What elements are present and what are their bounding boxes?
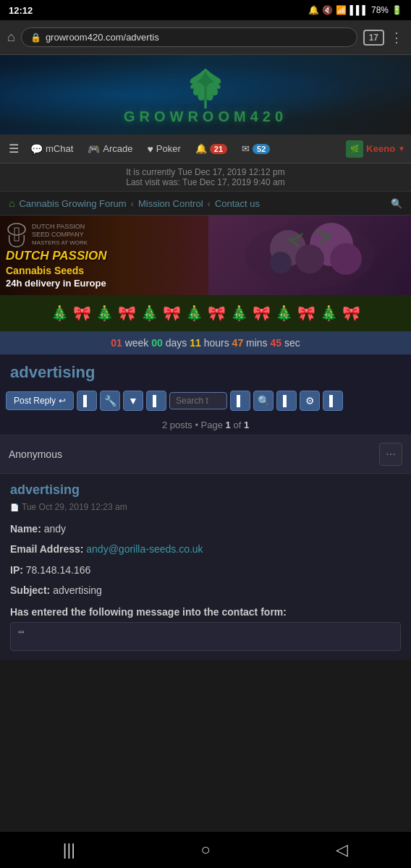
email-label: Email Address: (10, 543, 83, 555)
bell-icon: 🔔 (195, 143, 207, 154)
xmas-item: 🎀 (118, 305, 136, 322)
time-info-bar: It is currently Tue Dec 17, 2019 12:12 p… (0, 163, 411, 192)
browser-menu-icon[interactable]: ⋮ (390, 30, 404, 46)
ad-sub-label: Cannabis Seeds (6, 265, 106, 276)
wifi-icon: 📶 (336, 5, 347, 15)
poker-label: Poker (156, 143, 181, 154)
toolbar-icon-2: ▌ (153, 395, 160, 407)
site-header: GROWROOM420 (0, 55, 411, 135)
site-logo: GROWROOM420 (124, 65, 287, 125)
post-subject-field: Subject: advertising (10, 582, 401, 598)
post-container: Anonymous ··· advertising 📄 Tue Oct 29, … (0, 435, 411, 660)
ip-value: 78.148.14.166 (26, 564, 91, 576)
search-button[interactable]: 🔍 (253, 391, 274, 411)
nav-bar: ☰ 💬 mChat 🎮 Arcade ♥ Poker 🔔 21 ✉ 52 🌿 K… (0, 135, 411, 163)
cannabis-flowers-bg (237, 219, 382, 292)
countdown-hours: 11 (190, 337, 201, 349)
current-page: 1 (226, 420, 231, 430)
page-title-bar: advertising (0, 354, 411, 386)
pagination-text: 2 posts • Page 1 of 1 (162, 420, 249, 430)
countdown-weeks: 01 (111, 337, 122, 349)
wrench-icon: 🔧 (104, 395, 116, 407)
toolbar-btn-1[interactable]: ▌ (77, 391, 97, 411)
url-text: growroom420.com/advertis (46, 32, 348, 43)
countdown-mins-label: mins (246, 337, 268, 349)
toolbar-icon-1: ▌ (83, 395, 90, 407)
home-icon[interactable]: ⌂ (7, 30, 15, 45)
toolbar: Post Reply ↩ ▌ 🔧 ▼ ▌ ▌ 🔍 ▌ ⚙ ▌ (0, 386, 411, 415)
nav-messages[interactable]: ✉ 52 (236, 140, 276, 157)
countdown-mins: 47 (232, 337, 244, 349)
svg-rect-7 (14, 228, 19, 241)
countdown-days: 00 (151, 337, 163, 349)
url-bar[interactable]: 🔒 growroom420.com/advertis (21, 27, 357, 47)
xmas-item: 🎀 (163, 305, 181, 322)
post-reply-label: Post Reply (14, 396, 56, 406)
toolbar-btn-4[interactable]: ▌ (276, 391, 297, 411)
countdown-secs: 45 (271, 337, 282, 349)
svg-point-6 (8, 224, 25, 235)
post-author: Anonymous (9, 448, 62, 460)
nav-mchat[interactable]: 💬 mChat (25, 140, 79, 158)
total-pages: 1 (244, 420, 249, 430)
subject-value: advertising (53, 584, 102, 596)
status-bar: 12:12 🔔 🔇 📶 ▌▌▌ 78% 🔋 (0, 0, 411, 20)
toolbar-btn-2[interactable]: ▌ (146, 391, 166, 411)
last-visit: Last visit was: Tue Dec 17, 2019 9:40 am (4, 177, 407, 187)
ad-tagline: 24h delivery in Europe (6, 278, 106, 289)
post-ip-field: IP: 78.148.14.166 (10, 562, 401, 578)
avatar: 🌿 (346, 140, 363, 158)
search-icon[interactable]: 🔍 (391, 198, 402, 209)
post-reply-button[interactable]: Post Reply ↩ (6, 391, 74, 410)
christmas-decoration: 🎄 🎀 🎄 🎀 🎄 🎀 🎄 🎀 🎄 🎀 🎄 🎀 🎄 🎀 (0, 295, 411, 331)
xmas-item: 🎄 (275, 305, 293, 322)
mchat-label: mChat (46, 143, 73, 154)
ad-banner[interactable]: DUTCH PASSIONSEED COMPANYMASTERS AT WORK… (0, 216, 411, 295)
breadcrumb-home-link[interactable]: Cannabis Growing Forum (19, 198, 126, 209)
post-name-field: Name: andy (10, 521, 401, 537)
search-input[interactable] (169, 392, 227, 409)
dutch-passion-brand2: DUTCH PASSIONSEED COMPANYMASTERS AT WORK (32, 223, 88, 246)
chat-icon: 💬 (30, 143, 43, 155)
ellipsis-icon: ··· (386, 448, 395, 461)
nav-poker[interactable]: ♥ Poker (142, 140, 187, 158)
nav-user[interactable]: 🌿 Keeno ▼ (346, 140, 405, 158)
hamburger-icon[interactable]: ☰ (6, 139, 22, 158)
toolbar-dropdown[interactable]: ▼ (123, 391, 143, 411)
document-icon: 📄 (10, 503, 19, 511)
countdown-secs-label: sec (284, 337, 300, 349)
arcade-icon: 🎮 (88, 143, 100, 155)
tab-count[interactable]: 17 (363, 30, 384, 46)
xmas-item: 🎀 (208, 305, 226, 322)
status-icons: 🔔 🔇 📶 ▌▌▌ 78% 🔋 (308, 5, 402, 15)
toolbar-icon-3: ▌ (237, 395, 244, 407)
post-options-button[interactable]: ··· (379, 443, 402, 466)
toolbar-btn-3[interactable]: ▌ (230, 391, 250, 411)
breadcrumb: ⌂ Cannabis Growing Forum ‹ Mission Contr… (0, 192, 411, 216)
toolbar-settings[interactable]: ⚙ (300, 391, 320, 411)
toolbar-btn-5[interactable]: ▌ (323, 391, 343, 411)
nav-notifications[interactable]: 🔔 21 (190, 140, 233, 157)
xmas-item: 🎀 (73, 305, 91, 322)
page-title: advertising (10, 363, 401, 382)
post-message-box: ““ (10, 622, 401, 651)
breadcrumb-separator-1: ‹ (131, 198, 134, 209)
time: 12:12 (9, 5, 33, 16)
countdown-hours-label: hours (204, 337, 229, 349)
xmas-item: 🎄 (185, 305, 203, 322)
home-icon: ⌂ (9, 197, 14, 209)
name-value: andy (44, 523, 66, 535)
post-header: Anonymous ··· (0, 435, 411, 474)
nav-arcade[interactable]: 🎮 Arcade (82, 140, 138, 158)
toolbar-icon-5: ▌ (329, 395, 336, 407)
xmas-item: 🎀 (342, 305, 360, 322)
ip-label: IP: (10, 564, 23, 576)
ad-cannabis-label: DUTCH PASSION (6, 249, 106, 263)
xmas-item: 🎄 (320, 305, 338, 322)
toolbar-wrench[interactable]: 🔧 (100, 391, 120, 411)
post-topic-title: advertising (10, 482, 401, 498)
post-date-text: Tue Oct 29, 2019 12:23 am (22, 502, 127, 512)
breadcrumb-mission-control[interactable]: Mission Control (138, 198, 203, 209)
search-icon: 🔍 (258, 395, 270, 407)
xmas-item: 🎀 (297, 305, 315, 322)
